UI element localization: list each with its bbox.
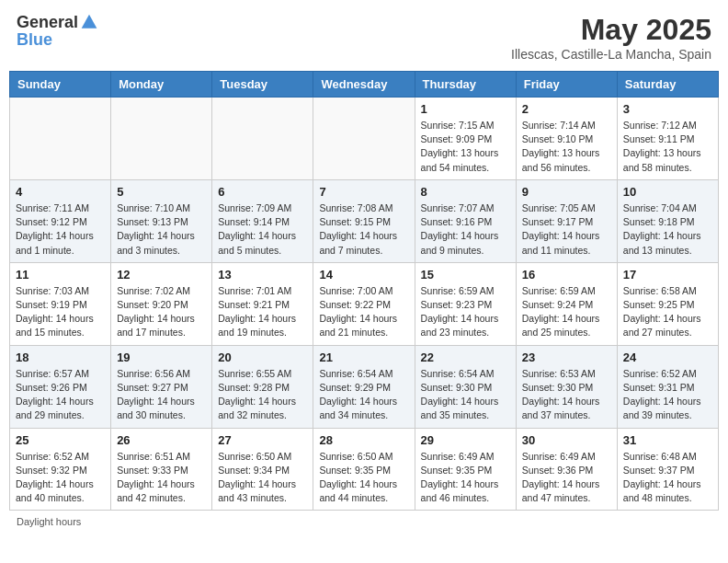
calendar-week-row: 11Sunrise: 7:03 AM Sunset: 9:19 PM Dayli… xyxy=(10,262,719,345)
day-info: Sunrise: 7:10 AM Sunset: 9:13 PM Dayligh… xyxy=(117,201,206,258)
day-number: 23 xyxy=(522,350,611,364)
calendar-cell xyxy=(313,98,415,180)
calendar-cell: 25Sunrise: 6:52 AM Sunset: 9:32 PM Dayli… xyxy=(10,428,111,511)
day-info: Sunrise: 7:08 AM Sunset: 9:15 PM Dayligh… xyxy=(319,201,408,258)
day-number: 15 xyxy=(421,268,510,282)
calendar-cell: 7Sunrise: 7:08 AM Sunset: 9:15 PM Daylig… xyxy=(313,179,415,262)
calendar-cell: 31Sunrise: 6:48 AM Sunset: 9:37 PM Dayli… xyxy=(617,428,718,511)
day-number: 24 xyxy=(623,350,712,364)
calendar-cell: 18Sunrise: 6:57 AM Sunset: 9:26 PM Dayli… xyxy=(10,345,111,428)
day-number: 17 xyxy=(623,268,712,282)
day-number: 6 xyxy=(218,185,307,199)
calendar-cell: 19Sunrise: 6:56 AM Sunset: 9:27 PM Dayli… xyxy=(111,345,212,428)
legend-text: Daylight hours xyxy=(17,516,81,527)
day-info: Sunrise: 7:05 AM Sunset: 9:17 PM Dayligh… xyxy=(522,201,611,258)
calendar-day-header: Saturday xyxy=(617,72,718,98)
day-info: Sunrise: 6:50 AM Sunset: 9:35 PM Dayligh… xyxy=(319,450,408,506)
day-number: 16 xyxy=(522,268,611,282)
calendar-cell: 21Sunrise: 6:54 AM Sunset: 9:29 PM Dayli… xyxy=(313,345,415,428)
day-info: Sunrise: 6:59 AM Sunset: 9:24 PM Dayligh… xyxy=(522,284,611,340)
calendar-cell: 5Sunrise: 7:10 AM Sunset: 9:13 PM Daylig… xyxy=(111,179,212,262)
svg-marker-0 xyxy=(82,15,97,29)
day-info: Sunrise: 6:48 AM Sunset: 9:37 PM Dayligh… xyxy=(623,450,712,506)
logo: General Blue xyxy=(17,13,98,49)
day-number: 11 xyxy=(16,268,105,282)
calendar-cell: 23Sunrise: 6:53 AM Sunset: 9:30 PM Dayli… xyxy=(516,345,617,428)
day-number: 13 xyxy=(218,268,307,282)
day-number: 3 xyxy=(623,102,712,116)
calendar-cell: 20Sunrise: 6:55 AM Sunset: 9:28 PM Dayli… xyxy=(212,345,313,428)
day-number: 1 xyxy=(421,102,510,116)
calendar-cell: 17Sunrise: 6:58 AM Sunset: 9:25 PM Dayli… xyxy=(617,262,718,345)
day-number: 14 xyxy=(319,268,408,282)
day-info: Sunrise: 6:51 AM Sunset: 9:33 PM Dayligh… xyxy=(117,450,206,506)
day-info: Sunrise: 6:57 AM Sunset: 9:26 PM Dayligh… xyxy=(16,367,105,423)
day-number: 29 xyxy=(421,433,510,447)
legend: Daylight hours xyxy=(9,516,719,527)
calendar-cell: 16Sunrise: 6:59 AM Sunset: 9:24 PM Dayli… xyxy=(516,262,617,345)
calendar-cell: 15Sunrise: 6:59 AM Sunset: 9:23 PM Dayli… xyxy=(415,262,516,345)
calendar-cell: 12Sunrise: 7:02 AM Sunset: 9:20 PM Dayli… xyxy=(111,262,212,345)
calendar-week-row: 25Sunrise: 6:52 AM Sunset: 9:32 PM Dayli… xyxy=(10,428,719,511)
day-number: 27 xyxy=(218,433,307,447)
calendar-cell: 2Sunrise: 7:14 AM Sunset: 9:10 PM Daylig… xyxy=(516,98,617,180)
day-number: 26 xyxy=(117,433,206,447)
calendar-cell: 8Sunrise: 7:07 AM Sunset: 9:16 PM Daylig… xyxy=(415,179,516,262)
day-info: Sunrise: 6:49 AM Sunset: 9:35 PM Dayligh… xyxy=(421,450,510,506)
day-info: Sunrise: 6:50 AM Sunset: 9:34 PM Dayligh… xyxy=(218,450,307,506)
calendar-day-header: Wednesday xyxy=(313,72,415,98)
calendar-day-header: Monday xyxy=(111,72,212,98)
day-number: 4 xyxy=(16,185,105,199)
day-info: Sunrise: 6:54 AM Sunset: 9:30 PM Dayligh… xyxy=(421,367,510,423)
logo-blue: Blue xyxy=(17,30,52,49)
day-number: 2 xyxy=(522,102,611,116)
calendar-day-header: Sunday xyxy=(10,72,111,98)
day-number: 8 xyxy=(421,185,510,199)
location-subtitle: Illescas, Castille-La Mancha, Spain xyxy=(511,47,711,62)
day-number: 18 xyxy=(16,350,105,364)
day-number: 12 xyxy=(117,268,206,282)
day-number: 22 xyxy=(421,350,510,364)
calendar-cell: 14Sunrise: 7:00 AM Sunset: 9:22 PM Dayli… xyxy=(313,262,415,345)
calendar-cell: 24Sunrise: 6:52 AM Sunset: 9:31 PM Dayli… xyxy=(617,345,718,428)
day-info: Sunrise: 6:56 AM Sunset: 9:27 PM Dayligh… xyxy=(117,367,206,423)
day-info: Sunrise: 6:49 AM Sunset: 9:36 PM Dayligh… xyxy=(522,450,611,506)
logo-general: General xyxy=(17,14,78,30)
calendar-cell: 26Sunrise: 6:51 AM Sunset: 9:33 PM Dayli… xyxy=(111,428,212,511)
calendar-cell xyxy=(10,98,111,180)
day-info: Sunrise: 7:15 AM Sunset: 9:09 PM Dayligh… xyxy=(421,119,510,175)
calendar-cell: 30Sunrise: 6:49 AM Sunset: 9:36 PM Dayli… xyxy=(516,428,617,511)
day-info: Sunrise: 7:11 AM Sunset: 9:12 PM Dayligh… xyxy=(16,201,105,258)
day-info: Sunrise: 7:00 AM Sunset: 9:22 PM Dayligh… xyxy=(319,284,408,340)
calendar-cell: 1Sunrise: 7:15 AM Sunset: 9:09 PM Daylig… xyxy=(415,98,516,180)
title-block: May 2025 Illescas, Castille-La Mancha, S… xyxy=(511,13,711,62)
day-info: Sunrise: 6:52 AM Sunset: 9:31 PM Dayligh… xyxy=(623,367,712,423)
day-number: 9 xyxy=(522,185,611,199)
day-number: 25 xyxy=(16,433,105,447)
day-info: Sunrise: 7:12 AM Sunset: 9:11 PM Dayligh… xyxy=(623,119,712,175)
calendar-week-row: 4Sunrise: 7:11 AM Sunset: 9:12 PM Daylig… xyxy=(10,179,719,262)
calendar-cell: 22Sunrise: 6:54 AM Sunset: 9:30 PM Dayli… xyxy=(415,345,516,428)
day-number: 7 xyxy=(319,185,408,199)
day-info: Sunrise: 6:58 AM Sunset: 9:25 PM Dayligh… xyxy=(623,284,712,340)
calendar-cell xyxy=(212,98,313,180)
calendar-header-row: SundayMondayTuesdayWednesdayThursdayFrid… xyxy=(10,72,719,98)
page-header: General Blue May 2025 Illescas, Castille… xyxy=(9,9,719,65)
day-number: 5 xyxy=(117,185,206,199)
calendar-week-row: 18Sunrise: 6:57 AM Sunset: 9:26 PM Dayli… xyxy=(10,345,719,428)
day-info: Sunrise: 7:02 AM Sunset: 9:20 PM Dayligh… xyxy=(117,284,206,340)
day-info: Sunrise: 7:03 AM Sunset: 9:19 PM Dayligh… xyxy=(16,284,105,340)
calendar-day-header: Friday xyxy=(516,72,617,98)
day-number: 20 xyxy=(218,350,307,364)
day-info: Sunrise: 7:01 AM Sunset: 9:21 PM Dayligh… xyxy=(218,284,307,340)
month-year-title: May 2025 xyxy=(511,13,711,47)
calendar-week-row: 1Sunrise: 7:15 AM Sunset: 9:09 PM Daylig… xyxy=(10,98,719,180)
day-info: Sunrise: 6:55 AM Sunset: 9:28 PM Dayligh… xyxy=(218,367,307,423)
calendar-day-header: Tuesday xyxy=(212,72,313,98)
calendar-cell: 11Sunrise: 7:03 AM Sunset: 9:19 PM Dayli… xyxy=(10,262,111,345)
calendar-cell: 6Sunrise: 7:09 AM Sunset: 9:14 PM Daylig… xyxy=(212,179,313,262)
calendar-cell: 3Sunrise: 7:12 AM Sunset: 9:11 PM Daylig… xyxy=(617,98,718,180)
calendar-cell: 28Sunrise: 6:50 AM Sunset: 9:35 PM Dayli… xyxy=(313,428,415,511)
day-number: 28 xyxy=(319,433,408,447)
day-info: Sunrise: 7:04 AM Sunset: 9:18 PM Dayligh… xyxy=(623,201,712,258)
